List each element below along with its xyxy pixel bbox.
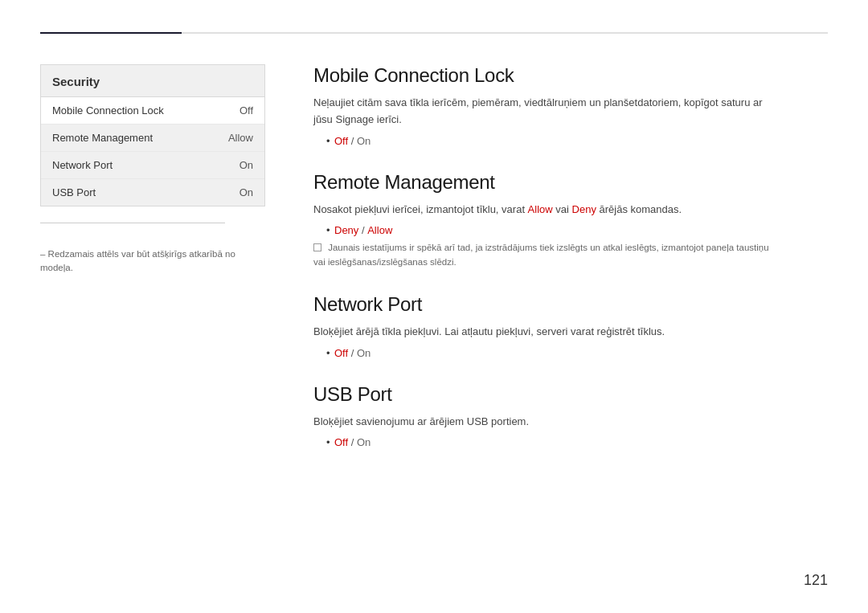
option-on: On bbox=[357, 436, 371, 448]
sidebar-item-mobile-connection-lock[interactable]: Mobile Connection Lock Off bbox=[41, 97, 264, 125]
sidebar-item-label: Network Port bbox=[52, 159, 113, 171]
section-desc-network-port: Bloķējiet ārējā tīkla piekļuvi. Lai atļa… bbox=[313, 324, 780, 341]
section-note-remote-management: Jaunais iestatījums ir spēkā arī tad, ja… bbox=[313, 241, 780, 269]
sidebar-item-value: On bbox=[240, 159, 253, 171]
section-options-usb-port: Off / On bbox=[326, 436, 820, 448]
section-desc-mobile-connection-lock: Neļaujiet citām sava tīkla ierīcēm, piem… bbox=[313, 95, 780, 129]
section-title-remote-management: Remote Management bbox=[313, 171, 820, 194]
section-usb-port: USB Port Bloķējiet savienojumu ar ārējie… bbox=[313, 383, 820, 449]
section-options-network-port: Off / On bbox=[326, 347, 820, 359]
option-deny-allow[interactable]: Deny / Allow bbox=[326, 224, 820, 236]
desc-deny-highlight: Deny bbox=[572, 203, 596, 215]
sidebar: Security Mobile Connection Lock Off Remo… bbox=[40, 64, 265, 581]
option-allow: Allow bbox=[367, 224, 392, 236]
section-title-mobile-connection-lock: Mobile Connection Lock bbox=[313, 64, 820, 87]
sidebar-item-label: Mobile Connection Lock bbox=[52, 104, 164, 116]
option-slash: / bbox=[348, 135, 357, 147]
section-options-mobile-connection-lock: Off / On bbox=[326, 135, 820, 147]
section-network-port: Network Port Bloķējiet ārējā tīkla piekļ… bbox=[313, 293, 820, 359]
sidebar-note: Redzamais attēls var būt atšķirīgs atkar… bbox=[40, 247, 265, 276]
main-content: Mobile Connection Lock Neļaujiet citām s… bbox=[313, 64, 828, 581]
sidebar-panel: Security Mobile Connection Lock Off Remo… bbox=[40, 64, 265, 206]
section-title-network-port: Network Port bbox=[313, 293, 820, 316]
sidebar-item-remote-management[interactable]: Remote Management Allow bbox=[41, 125, 264, 152]
section-options-remote-management: Deny / Allow bbox=[326, 224, 820, 236]
sidebar-item-network-port[interactable]: Network Port On bbox=[41, 152, 264, 179]
sidebar-item-label: Remote Management bbox=[52, 132, 153, 144]
sidebar-title: Security bbox=[41, 65, 264, 97]
option-off-on[interactable]: Off / On bbox=[326, 135, 820, 147]
option-slash: / bbox=[348, 436, 357, 448]
option-deny: Deny bbox=[334, 224, 358, 236]
desc-allow-highlight: Allow bbox=[528, 203, 553, 215]
top-decorative-line bbox=[40, 32, 828, 34]
option-slash: / bbox=[358, 224, 367, 236]
option-on: On bbox=[357, 347, 371, 359]
section-remote-management: Remote Management Nosakot piekļuvi ierīc… bbox=[313, 171, 820, 269]
section-desc-usb-port: Bloķējiet savienojumu ar ārējiem USB por… bbox=[313, 414, 780, 431]
page-container: Security Mobile Connection Lock Off Remo… bbox=[0, 0, 868, 613]
note-checkbox-icon bbox=[313, 243, 321, 251]
sidebar-item-label: USB Port bbox=[52, 186, 96, 198]
option-off: Off bbox=[334, 135, 348, 147]
sidebar-item-value: On bbox=[240, 186, 253, 198]
section-title-usb-port: USB Port bbox=[313, 383, 820, 406]
section-desc-remote-management: Nosakot piekļuvi ierīcei, izmantojot tīk… bbox=[313, 202, 780, 219]
option-off: Off bbox=[334, 347, 348, 359]
option-off-on-network[interactable]: Off / On bbox=[326, 347, 820, 359]
option-off-on-usb[interactable]: Off / On bbox=[326, 436, 820, 448]
option-off: Off bbox=[334, 436, 348, 448]
sidebar-item-value: Off bbox=[240, 104, 253, 116]
option-slash: / bbox=[348, 347, 357, 359]
option-on: On bbox=[357, 135, 371, 147]
sidebar-item-usb-port[interactable]: USB Port On bbox=[41, 179, 264, 206]
page-number: 121 bbox=[804, 572, 828, 589]
sidebar-item-value: Allow bbox=[228, 132, 253, 144]
section-mobile-connection-lock: Mobile Connection Lock Neļaujiet citām s… bbox=[313, 64, 820, 147]
sidebar-divider bbox=[40, 223, 225, 223]
